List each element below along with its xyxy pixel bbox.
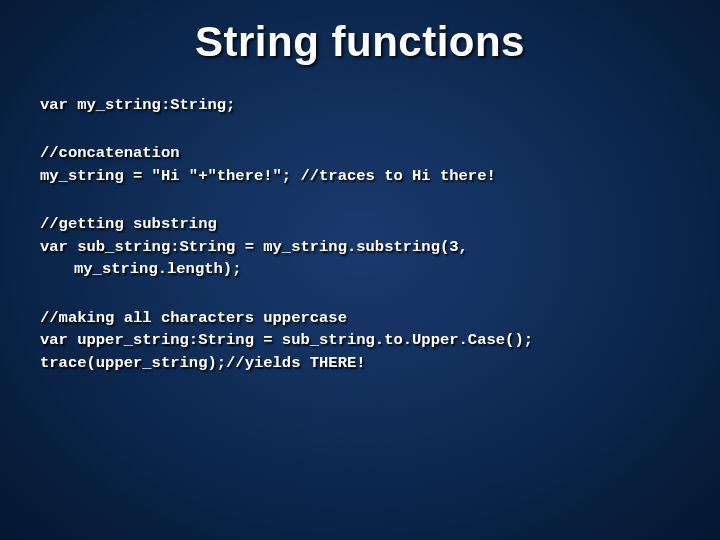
code-block-1: //concatenation my_string = "Hi "+"there…: [40, 142, 680, 187]
code-line-indent: my_string.length);: [40, 258, 680, 280]
code-line: var my_string:String;: [40, 96, 235, 114]
code-line: trace(upper_string);//yields THERE!: [40, 354, 366, 372]
code-block-2: //getting substring var sub_string:Strin…: [40, 213, 680, 280]
code-block-3: //making all characters uppercase var up…: [40, 307, 680, 374]
code-line: var sub_string:String = my_string.substr…: [40, 238, 468, 256]
slide-title: String functions: [40, 18, 680, 66]
code-line: my_string = "Hi "+"there!"; //traces to …: [40, 167, 496, 185]
code-block-0: var my_string:String;: [40, 94, 680, 116]
slide: String functions var my_string:String; /…: [0, 0, 720, 540]
code-line: var upper_string:String = sub_string.to.…: [40, 331, 533, 349]
code-line: //concatenation: [40, 144, 180, 162]
code-line: //making all characters uppercase: [40, 309, 347, 327]
code-line: //getting substring: [40, 215, 217, 233]
